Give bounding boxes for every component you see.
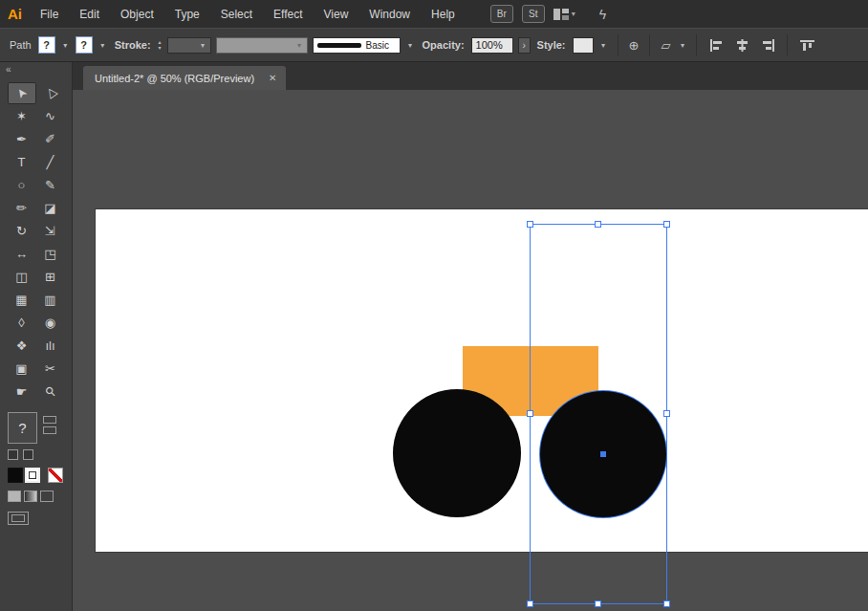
menu-object[interactable]: Object [110,8,164,21]
selection-handle-top-right[interactable] [663,221,670,228]
fill-color-well[interactable]: ? [38,36,55,54]
change-screen-mode-button[interactable] [8,512,29,525]
perspective-grid-tool[interactable]: ⊞ [36,266,65,288]
bridge-button[interactable]: Br [490,5,513,23]
column-graph-tool[interactable]: ılı [36,335,65,357]
menu-effect[interactable]: Effect [263,8,313,21]
menu-window[interactable]: Window [358,8,421,21]
canvas[interactable] [73,90,868,611]
lasso-tool[interactable]: ∿ [36,105,65,127]
brush-name-label: Basic [366,40,389,51]
drawing-mode-button[interactable] [40,491,54,502]
app-logo: Ai [0,6,30,22]
selection-handle-bottom-left[interactable] [527,600,533,607]
brush-stroke-preview [317,43,361,48]
curvature-tool[interactable]: ✐ [36,128,65,150]
shape-builder-tool[interactable]: ◫ [8,266,36,288]
type-tool[interactable]: T [8,151,36,173]
opacity-options-button[interactable]: › [518,37,531,54]
align-horizontal-left-button[interactable] [705,35,727,55]
pen-tool[interactable]: ✒ [8,128,36,150]
blend-tool[interactable]: ◉ [36,312,65,334]
menu-view[interactable]: View [314,8,359,21]
stroke-color-well[interactable]: ? [76,36,93,54]
stroke-swatch[interactable] [25,468,40,483]
eraser-tool[interactable]: ◪ [36,197,65,219]
fill-swatch[interactable] [8,468,23,483]
transform-menu-icon[interactable]: ▱ [661,38,670,53]
stock-button[interactable]: St [522,5,545,23]
stroke-weight-chevron-icon[interactable]: ▾ [198,41,208,50]
align-horizontal-center-button[interactable] [731,35,752,55]
gradient-button[interactable] [24,491,37,502]
align-center-icon [735,39,749,52]
align-horizontal-right-button[interactable] [757,35,778,55]
zoom-tool[interactable]: ⚲ [36,381,65,403]
stroke-weight-stepper[interactable]: ▴ ▾ [159,39,162,51]
ellipse-tool[interactable]: ○ [8,174,36,196]
selection-tool[interactable]: ➤ [8,82,36,104]
menu-type[interactable]: Type [164,8,210,21]
workspace-switcher[interactable]: ▾ [553,9,575,20]
menubar-menus: FileEditObjectTypeSelectEffectViewWindow… [30,8,466,21]
style-chevron-icon[interactable]: ▾ [598,41,609,50]
main-area: « ➤▷✶∿✒✐T╱○✎✏◪↻⇲↔◳◫⊞▦▥◊◉❖ılı▣✂☛⚲ ? [0,62,868,611]
help-placeholder-box[interactable]: ? [8,412,37,444]
selection-handle-top-left[interactable] [527,221,533,228]
illustrator-window: Ai FileEditObjectTypeSelectEffectViewWin… [0,0,868,611]
selection-bounding-box[interactable] [530,224,667,604]
hand-tool[interactable]: ☛ [8,381,36,403]
selection-handle-middle-right[interactable] [663,410,670,417]
opacity-input[interactable]: 100% [471,37,513,54]
selection-handle-bottom-right[interactable] [663,600,670,607]
style-dropdown[interactable] [573,37,594,54]
eyedropper-tool[interactable]: ◊ [8,312,36,334]
document-tab-title: Untitled-2* @ 50% (RGB/Preview) [95,73,254,84]
line-segment-tool[interactable]: ╱ [36,151,65,173]
document-tab[interactable]: Untitled-2* @ 50% (RGB/Preview) ✕ [83,66,286,90]
rotate-tool[interactable]: ↻ [8,220,36,242]
slice-tool[interactable]: ✂ [36,358,65,380]
brush-definition-dropdown[interactable]: Basic [313,37,401,54]
cc-sync-icon[interactable]: ϟ [599,7,606,22]
menubar-right-cluster: Br St ▾ ϟ [490,5,606,23]
selection-handle-top-center[interactable] [595,221,601,228]
collapsed-panel-icons[interactable] [43,412,56,434]
selection-handle-bottom-center[interactable] [595,600,601,607]
black-circle-left[interactable] [393,389,521,517]
collapse-panel-button[interactable]: « [0,62,72,78]
swap-fill-stroke-icon[interactable] [23,449,33,460]
selection-handle-middle-left[interactable] [527,410,533,417]
brush-chevron-icon[interactable]: ▾ [405,41,416,50]
width-profile-dropdown[interactable]: ▾ [216,37,308,54]
none-swatch[interactable] [48,468,63,483]
paintbrush-tool[interactable]: ✎ [36,174,65,196]
selection-context-label: Path [10,39,32,51]
default-fill-stroke-icon[interactable] [8,449,18,460]
stroke-weight-combobox[interactable]: ▾ [167,37,211,54]
selection-center-point[interactable] [600,451,606,457]
width-tool[interactable]: ↔ [8,243,36,265]
symbol-sprayer-tool[interactable]: ❖ [8,335,36,357]
color-button[interactable] [8,491,21,502]
free-transform-tool[interactable]: ◳ [36,243,65,265]
gradient-tool[interactable]: ▥ [36,289,65,311]
mesh-tool[interactable]: ▦ [8,289,36,311]
fill-dropdown-chevron-icon[interactable]: ▾ [60,41,71,50]
artboard-tool[interactable]: ▣ [8,358,36,380]
stepper-down-icon[interactable]: ▾ [159,45,162,51]
close-tab-icon[interactable]: ✕ [269,73,276,83]
transform-chevron-icon[interactable]: ▾ [677,41,687,50]
align-vertical-top-button[interactable] [796,35,817,55]
menu-file[interactable]: File [30,8,69,21]
stroke-weight-label: Stroke: [115,39,151,51]
stroke-dropdown-chevron-icon[interactable]: ▾ [98,41,108,50]
menu-edit[interactable]: Edit [69,8,110,21]
pencil-tool[interactable]: ✏ [8,197,36,219]
menu-help[interactable]: Help [421,8,466,21]
recolor-artwork-icon[interactable]: ⊕ [629,38,640,53]
magic-wand-tool[interactable]: ✶ [8,105,36,127]
menu-select[interactable]: Select [210,8,263,21]
direct-selection-tool[interactable]: ▷ [36,82,65,104]
scale-tool[interactable]: ⇲ [36,220,65,242]
